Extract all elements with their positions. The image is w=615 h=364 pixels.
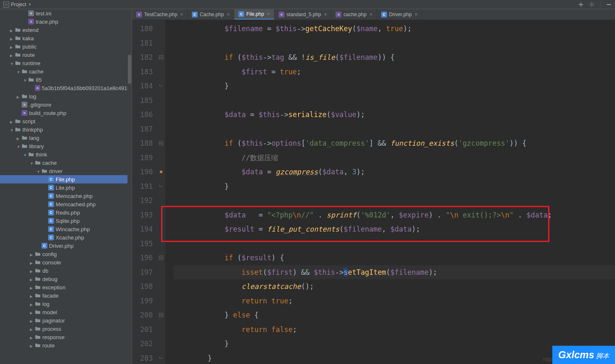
fold-marker[interactable]	[157, 165, 165, 179]
tree-file[interactable]: CWincache.php	[0, 225, 132, 233]
tree-folder[interactable]: exception	[0, 283, 132, 291]
tab-close-icon[interactable]: ×	[414, 12, 417, 17]
tree-folder[interactable]: console	[0, 258, 132, 266]
code-line[interactable]: return true;	[174, 294, 615, 308]
code-line[interactable]: $data = "<?php\n//" . sprintf('%012d', $…	[174, 208, 615, 222]
fold-marker[interactable]	[157, 222, 165, 237]
tab-close-icon[interactable]: ×	[370, 12, 372, 17]
code-line[interactable]: $data = gzcompress($data, 3);	[174, 165, 615, 179]
code-line[interactable]	[174, 237, 615, 251]
tree-file[interactable]: ≡.gitignore	[0, 100, 132, 109]
fold-marker[interactable]	[157, 351, 165, 364]
tree-arrow-icon[interactable]	[23, 151, 27, 158]
tree-file[interactable]: ≡test.ini	[0, 9, 132, 17]
tree-arrow-icon[interactable]	[30, 160, 33, 166]
fold-marker[interactable]	[157, 179, 165, 194]
code-line[interactable]: if ($result) {	[174, 251, 615, 265]
tree-folder[interactable]: paginator	[0, 316, 132, 325]
code-line[interactable]: } else {	[174, 308, 615, 322]
fold-marker[interactable]	[157, 50, 165, 65]
editor-tab[interactable]: ≡cache.php×	[331, 9, 377, 20]
code-line[interactable]: $data = $this->serialize($value);	[174, 107, 615, 122]
code-line[interactable]	[174, 36, 615, 51]
tree-arrow-icon[interactable]	[30, 276, 33, 282]
collapse-icon[interactable]	[578, 2, 584, 7]
fold-marker[interactable]	[157, 237, 165, 251]
code-content[interactable]: $filename = $this->getCacheKey($name, tr…	[165, 20, 615, 364]
tab-close-icon[interactable]: ×	[324, 12, 327, 17]
fold-marker[interactable]	[157, 308, 165, 322]
fold-marker[interactable]	[157, 322, 165, 337]
fold-marker[interactable]	[157, 136, 165, 151]
tree-folder[interactable]: cache	[0, 159, 132, 167]
code-line[interactable]: clearstatcache();	[174, 279, 615, 294]
tab-close-icon[interactable]: ×	[227, 12, 230, 17]
fold-marker[interactable]	[157, 36, 165, 51]
code-editor[interactable]: 1801811821831841851861871881891901911921…	[132, 20, 615, 364]
tree-file[interactable]: ≡5a3b1b5f04a16bb093201a1e8c4910.	[0, 84, 132, 92]
fold-marker[interactable]	[157, 151, 165, 165]
tree-file[interactable]: CFile.php	[0, 175, 132, 183]
tree-arrow-icon[interactable]	[30, 284, 33, 291]
tree-folder[interactable]: db	[0, 266, 132, 275]
tree-arrow-icon[interactable]	[17, 143, 20, 149]
fold-marker[interactable]	[157, 265, 165, 280]
editor-tab[interactable]: ≡TestCache.php×	[132, 9, 188, 20]
code-line[interactable]: $first = true;	[174, 65, 615, 79]
tree-folder[interactable]: config	[0, 250, 132, 258]
fold-marker[interactable]	[157, 79, 165, 93]
fold-marker[interactable]	[157, 193, 165, 208]
tree-arrow-icon[interactable]	[10, 44, 13, 50]
tree-arrow-icon[interactable]	[10, 60, 13, 66]
tree-file[interactable]: CXcache.php	[0, 233, 132, 242]
tree-folder[interactable]: library	[0, 142, 132, 150]
code-line[interactable]: $filename = $this->getCacheKey($name, tr…	[174, 22, 615, 36]
tree-folder[interactable]: facade	[0, 291, 132, 300]
sidebar-scrollbar[interactable]	[127, 9, 132, 364]
fold-marker[interactable]	[157, 337, 165, 351]
tree-arrow-icon[interactable]	[10, 118, 13, 125]
tree-file[interactable]: CLite.php	[0, 183, 132, 192]
tree-arrow-icon[interactable]	[30, 259, 33, 266]
tree-arrow-icon[interactable]	[37, 168, 40, 174]
code-line[interactable]: }	[174, 179, 615, 194]
editor-tab[interactable]: CCache.php×	[188, 9, 234, 20]
fold-marker[interactable]	[157, 107, 165, 122]
tree-folder[interactable]: script	[0, 117, 132, 125]
code-line[interactable]: isset($first) && $this->setTagItem($file…	[174, 265, 615, 280]
tree-folder[interactable]: thinkphp	[0, 125, 132, 134]
tree-file[interactable]: CRedis.php	[0, 208, 132, 217]
tree-arrow-icon[interactable]	[30, 342, 33, 349]
tree-folder[interactable]: log	[0, 300, 132, 308]
tree-arrow-icon[interactable]	[23, 77, 27, 83]
tree-file[interactable]: ≡trace.php	[0, 17, 132, 26]
tree-folder[interactable]: runtime	[0, 59, 132, 67]
hide-icon[interactable]	[606, 2, 612, 7]
fold-marker[interactable]	[157, 122, 165, 137]
code-line[interactable]	[174, 193, 615, 208]
tree-arrow-icon[interactable]	[10, 52, 13, 58]
tree-arrow-icon[interactable]	[30, 318, 33, 324]
fold-marker[interactable]	[157, 65, 165, 79]
tree-folder[interactable]: response	[0, 333, 132, 341]
tree-folder[interactable]: route	[0, 51, 132, 59]
code-line[interactable]: if ($this->options['data_compress'] && f…	[174, 136, 615, 151]
tree-arrow-icon[interactable]	[30, 251, 33, 257]
fold-marker[interactable]	[157, 279, 165, 294]
tree-folder[interactable]: 85	[0, 76, 132, 84]
tree-file[interactable]: CMemcached.php	[0, 200, 132, 208]
tree-folder[interactable]: cache	[0, 67, 132, 76]
editor-tab[interactable]: CFile.php×	[234, 9, 274, 20]
code-line[interactable]: if ($this->tag && !is_file($filename)) {	[174, 50, 615, 65]
tree-folder[interactable]: log	[0, 92, 132, 100]
code-line[interactable]	[174, 93, 615, 108]
tab-close-icon[interactable]: ×	[267, 11, 270, 17]
fold-marker[interactable]	[157, 93, 165, 108]
fold-marker[interactable]	[157, 208, 165, 222]
tree-arrow-icon[interactable]	[17, 135, 20, 141]
code-line[interactable]: return false;	[174, 322, 615, 337]
fold-marker[interactable]	[157, 294, 165, 308]
tree-folder[interactable]: process	[0, 325, 132, 333]
tree-folder[interactable]: route	[0, 341, 132, 349]
fold-marker[interactable]	[157, 251, 165, 265]
